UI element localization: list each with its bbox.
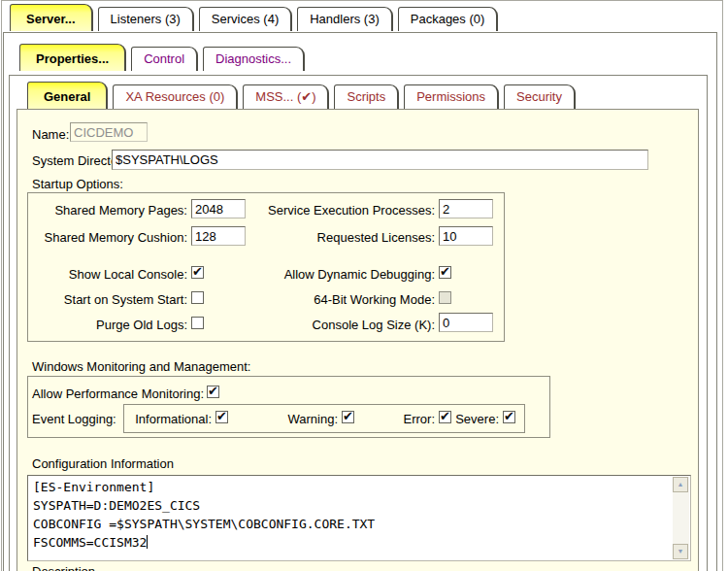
startup-options-title: Startup Options: [32, 177, 123, 191]
name-label: Name: [32, 127, 69, 142]
severe-label: Severe: [452, 412, 499, 426]
tab-properties[interactable]: Properties... [19, 44, 126, 71]
configuration-text: [ES-Environment] SYSPATH=D:DEMO2ES_CICS … [33, 478, 375, 552]
shared-memory-cushion-field[interactable] [191, 226, 246, 246]
warning-label: Warning: [280, 412, 338, 426]
allow-dynamic-debugging-checkbox[interactable] [439, 266, 451, 279]
console-log-size-field[interactable] [439, 313, 493, 332]
show-local-console-label: Show Local Console: [32, 267, 187, 282]
scroll-down-icon[interactable]: ▼ [673, 544, 688, 559]
requested-licenses-label: Requested Licenses: [248, 230, 435, 245]
allow-performance-monitoring-checkbox[interactable] [207, 386, 219, 398]
tab-packages[interactable]: Packages (0) [398, 7, 499, 31]
show-local-console-checkbox[interactable] [191, 266, 204, 279]
error-checkbox[interactable] [439, 411, 451, 423]
tab-server[interactable]: Server... [10, 4, 93, 31]
tab-security[interactable]: Security [504, 84, 576, 109]
name-field [70, 122, 148, 142]
shared-memory-cushion-label: Shared Memory Cushion: [32, 230, 187, 245]
text-cursor [147, 535, 148, 549]
tab-permissions[interactable]: Permissions [404, 84, 499, 109]
severe-checkbox[interactable] [503, 411, 515, 423]
tab-xa-resources[interactable]: XA Resources (0) [113, 84, 238, 109]
tab-services[interactable]: Services (4) [199, 7, 292, 31]
console-log-size-label: Console Log Size (K): [248, 318, 435, 332]
event-logging-label: Event Logging: [32, 412, 116, 426]
configuration-information-title: Configuration Information [32, 456, 174, 471]
64-bit-working-mode-checkbox [439, 291, 451, 304]
start-on-system-start-label: Start on System Start: [32, 292, 187, 307]
informational-checkbox[interactable] [215, 411, 228, 423]
purge-old-logs-checkbox[interactable] [191, 317, 204, 329]
configuration-information-textarea[interactable]: [ES-Environment] SYSPATH=D:DEMO2ES_CICS … [27, 475, 691, 561]
allow-dynamic-debugging-label: Allow Dynamic Debugging: [248, 267, 435, 282]
allow-performance-monitoring-label: Allow Performance Monitoring: [32, 386, 204, 401]
monitoring-title: Windows Monitoring and Management: [32, 359, 250, 374]
purge-old-logs-label: Purge Old Logs: [32, 318, 187, 332]
tab-diagnostics[interactable]: Diagnostics... [203, 47, 305, 71]
textarea-scrollbar[interactable]: ▲ ▼ [673, 477, 689, 559]
scroll-up-icon[interactable]: ▲ [673, 477, 688, 492]
tab-listeners[interactable]: Listeners (3) [98, 7, 194, 31]
tab-row-properties-level: Properties... Control Diagnostics... [19, 44, 310, 71]
shared-memory-pages-field[interactable] [191, 199, 246, 218]
requested-licenses-field[interactable] [439, 226, 493, 246]
description-label: Description [32, 564, 95, 571]
tab-handlers[interactable]: Handlers (3) [297, 7, 393, 31]
informational-label: Informational: [131, 412, 212, 426]
start-on-system-start-checkbox[interactable] [191, 291, 204, 304]
tab-row-general-level: General XA Resources (0) MSS... (✔) Scri… [27, 82, 580, 109]
system-directory-field[interactable] [112, 150, 648, 170]
tab-row-server-level: Server... Listeners (3) Services (4) Han… [10, 4, 503, 31]
tab-control[interactable]: Control [131, 47, 198, 71]
tab-scripts[interactable]: Scripts [334, 84, 399, 109]
service-execution-processes-label: Service Execution Processes: [248, 203, 435, 218]
error-label: Error: [396, 412, 435, 426]
shared-memory-pages-label: Shared Memory Pages: [32, 203, 187, 218]
64-bit-working-mode-label: 64-Bit Working Mode: [248, 292, 435, 307]
warning-checkbox[interactable] [342, 411, 354, 423]
service-execution-processes-field[interactable] [439, 199, 493, 218]
tab-mss[interactable]: MSS... (✔) [243, 84, 329, 109]
tab-general[interactable]: General [27, 82, 108, 109]
